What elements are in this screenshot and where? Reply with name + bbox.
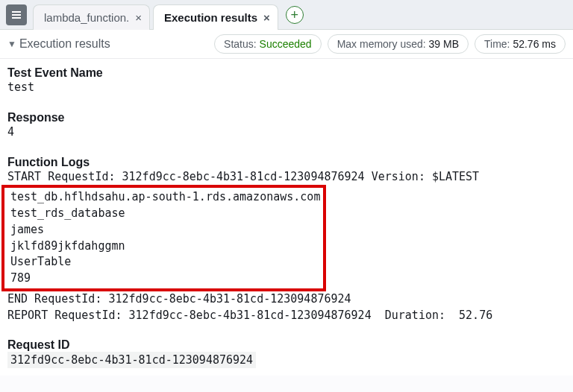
log-line-report: REPORT RequestId: 312fd9cc-8ebc-4b31-81c…	[7, 308, 566, 324]
results-title: Execution results	[19, 37, 110, 51]
svg-rect-1	[12, 14, 21, 16]
request-id-label: Request ID	[7, 338, 566, 352]
menu-icon[interactable]	[6, 4, 27, 25]
status-pill: Status: Succeeded	[214, 34, 322, 54]
highlighted-log-region: test_db.hflhdsahu.ap-south-1.rds.amazona…	[1, 185, 326, 291]
svg-rect-2	[12, 17, 21, 19]
status-label: Status:	[224, 38, 257, 50]
svg-rect-0	[12, 11, 21, 13]
memory-pill: Max memory used: 39 MB	[328, 34, 469, 54]
collapse-toggle[interactable]: ▼ Execution results	[7, 37, 110, 51]
results-content: Test Event Name test Response 4 Function…	[0, 59, 573, 376]
test-event-value: test	[7, 80, 566, 96]
request-id-value[interactable]: 312fd9cc-8ebc-4b31-81cd-123094876924	[7, 352, 256, 368]
test-event-label: Test Event Name	[7, 66, 566, 80]
log-line-end: END RequestId: 312fd9cc-8ebc-4b31-81cd-1…	[7, 291, 566, 308]
memory-label: Max memory used:	[337, 38, 426, 50]
time-pill: Time: 52.76 ms	[475, 34, 566, 54]
tab-lambda-function[interactable]: lambda_function. ×	[33, 4, 150, 30]
status-value: Succeeded	[260, 38, 312, 50]
close-icon[interactable]: ×	[263, 11, 270, 24]
close-icon[interactable]: ×	[135, 11, 142, 24]
tab-execution-results[interactable]: Execution results ×	[153, 4, 278, 30]
log-line-start: START RequestId: 312fd9cc-8ebc-4b31-81cd…	[7, 169, 566, 186]
log-line: james	[10, 222, 320, 238]
tab-bar: lambda_function. × Execution results × +	[0, 0, 573, 30]
response-label: Response	[7, 111, 566, 124]
results-header: ▼ Execution results Status: Succeeded Ma…	[0, 30, 573, 59]
chevron-down-icon: ▼	[7, 39, 16, 49]
log-line: test_db.hflhdsahu.ap-south-1.rds.amazona…	[10, 189, 320, 206]
log-line: jklfd89jkfdahggmn	[10, 238, 320, 255]
log-line: test_rds_database	[10, 206, 320, 222]
log-line: 789	[10, 271, 320, 287]
time-value: 52.76 ms	[513, 38, 556, 50]
tab-label: lambda_function.	[44, 11, 129, 24]
response-value: 4	[7, 124, 566, 141]
tab-label: Execution results	[164, 11, 257, 24]
log-line: UserTable	[10, 254, 320, 271]
time-label: Time:	[484, 38, 510, 50]
add-tab-button[interactable]: +	[286, 6, 304, 24]
memory-value: 39 MB	[429, 38, 459, 50]
function-logs-label: Function Logs	[7, 156, 566, 169]
